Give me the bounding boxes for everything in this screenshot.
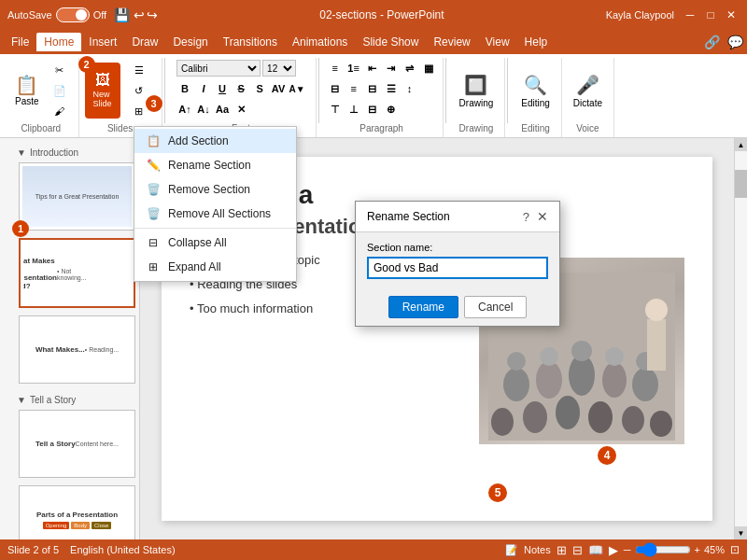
editing-button[interactable]: 🔍 Editing xyxy=(515,63,556,119)
section-name-input[interactable] xyxy=(367,257,548,279)
menu-animations[interactable]: Animations xyxy=(285,33,355,51)
bold-button[interactable]: B xyxy=(176,80,193,97)
section-button[interactable]: ⊞ 3 xyxy=(122,102,156,121)
smartart-button[interactable]: ⊕ xyxy=(383,101,400,118)
fontcolor-button[interactable]: A▼ xyxy=(289,80,305,97)
save-icon[interactable]: 💾 xyxy=(114,7,130,22)
view-grid-icon[interactable]: ⊟ xyxy=(572,543,583,557)
new-slide-label: NewSlide xyxy=(93,90,112,108)
scroll-down-btn[interactable]: ▼ xyxy=(735,526,747,539)
valign-mid-button[interactable]: ⊥ xyxy=(345,101,362,118)
indent-dec-button[interactable]: ⇤ xyxy=(364,60,381,77)
slide-thumb-1-img: Tips for a Great Presentation xyxy=(22,166,132,227)
indent-inc-button[interactable]: ⇥ xyxy=(383,60,400,77)
textcase-button[interactable]: Aa xyxy=(214,101,231,118)
dialog-title-bar: Rename Section ? ✕ xyxy=(356,202,559,232)
rtl-button[interactable]: ⇌ xyxy=(402,60,418,77)
format-painter-button[interactable]: 🖌 xyxy=(47,102,73,120)
scroll-up-btn[interactable]: ▲ xyxy=(735,138,747,151)
fontsize-dec-button[interactable]: A↑ xyxy=(176,101,193,118)
font-size-select[interactable]: 12 xyxy=(262,60,296,77)
align-center-button[interactable]: ≡ xyxy=(345,80,362,97)
numbering-button[interactable]: 1≡ xyxy=(345,60,362,77)
menu-view[interactable]: View xyxy=(478,33,517,51)
clearformat-button[interactable]: ✕ xyxy=(233,101,249,118)
slide-thumb-5-img: Parts of a Presentation Opening Body Clo… xyxy=(22,489,132,539)
menu-review[interactable]: Review xyxy=(426,33,477,51)
menu-help[interactable]: Help xyxy=(517,33,556,51)
title-bar: AutoSave Off 💾 ↩ ↪ 02-sections - PowerPo… xyxy=(0,0,747,30)
ctx-expand-all[interactable]: ⊞ Expand All xyxy=(134,255,296,279)
slide-thumb-5[interactable]: Parts of a Presentation Opening Body Clo… xyxy=(19,485,135,539)
slide-thumb-3[interactable]: What Makes... • Reading... xyxy=(19,315,135,384)
close-btn[interactable]: ✕ xyxy=(723,7,740,23)
font-row-1: Calibri 12 xyxy=(176,60,296,77)
font-family-select[interactable]: Calibri xyxy=(176,60,261,77)
shadow-button[interactable]: S xyxy=(251,80,268,97)
charspace-button[interactable]: AV xyxy=(270,80,287,97)
comments-icon[interactable]: 💬 xyxy=(727,35,743,49)
column-button[interactable]: ▦ xyxy=(420,60,437,77)
view-normal-icon[interactable]: ⊞ xyxy=(557,543,567,557)
cut-button[interactable]: ✂ xyxy=(47,61,73,80)
notes-label[interactable]: Notes xyxy=(524,544,551,555)
rename-confirm-btn[interactable]: Rename xyxy=(388,296,458,318)
undo-btn[interactable]: ↩ xyxy=(134,7,145,22)
dictate-icon: 🎤 xyxy=(576,74,599,96)
zoom-out-btn[interactable]: ─ xyxy=(624,544,631,555)
dialog-close-btn[interactable]: ✕ xyxy=(537,209,548,224)
slideshow-icon[interactable]: ▶ xyxy=(609,543,618,557)
ctx-remove-section[interactable]: 🗑️ Remove Section xyxy=(134,177,296,202)
svg-point-11 xyxy=(491,408,514,436)
fit-page-btn[interactable]: ⊡ xyxy=(730,543,740,556)
drawing-button[interactable]: 🔲 Drawing xyxy=(454,63,500,119)
menu-home[interactable]: Home xyxy=(36,33,81,51)
section-collapse-icon[interactable]: ▼ xyxy=(17,147,26,158)
section-collapse-icon-2[interactable]: ▼ xyxy=(17,395,26,405)
slide-panel: ▼ Introduction 1 Tips for a Great Presen… xyxy=(0,138,140,539)
redo-btn[interactable]: ↪ xyxy=(147,7,158,22)
fontsize-inc-button[interactable]: A↓ xyxy=(195,101,212,118)
valign-bot-button[interactable]: ⊟ xyxy=(364,101,381,118)
strikethrough-button[interactable]: S xyxy=(233,80,249,97)
ctx-rename-section[interactable]: ✏️ Rename Section xyxy=(134,153,296,177)
justify-button[interactable]: ☰ xyxy=(383,80,400,97)
valign-top-button[interactable]: ⊤ xyxy=(327,101,344,118)
bullets-button[interactable]: ≡ xyxy=(327,60,344,77)
copy-button[interactable]: 📄 xyxy=(47,81,73,101)
linespace-button[interactable]: ↕ xyxy=(402,80,418,97)
right-scrollbar[interactable]: ▲ ▼ xyxy=(734,138,747,539)
menu-insert[interactable]: Insert xyxy=(81,33,124,51)
paste-button[interactable]: 📋 Paste xyxy=(9,63,45,119)
zoom-in-btn[interactable]: + xyxy=(695,544,700,555)
maximize-btn[interactable]: □ xyxy=(702,7,719,23)
menu-design[interactable]: Design xyxy=(165,33,215,51)
ctx-add-section[interactable]: 📋 Add Section xyxy=(134,129,296,153)
slide-thumb-4[interactable]: Tell a Story Content here... xyxy=(19,410,135,478)
slide-thumb-1[interactable]: Tips for a Great Presentation 1 xyxy=(19,162,135,231)
ctx-collapse-all[interactable]: ⊟ Collapse All xyxy=(134,231,296,255)
menu-slideshow[interactable]: Slide Show xyxy=(355,33,426,51)
menu-transitions[interactable]: Transitions xyxy=(216,33,285,51)
dictate-button[interactable]: 🎤 Dictate xyxy=(568,63,608,119)
window-title: 02-sections - PowerPoint xyxy=(158,8,605,21)
slide-thumb-2[interactable]: What Makes a Presentation Bad? • Not kno… xyxy=(19,238,135,308)
minimize-btn[interactable]: ─ xyxy=(682,7,698,23)
scroll-thumb[interactable] xyxy=(735,170,747,198)
view-reading-icon[interactable]: 📖 xyxy=(588,543,603,557)
underline-button[interactable]: U xyxy=(214,80,231,97)
zoom-slider[interactable] xyxy=(635,542,691,557)
autosave-knob xyxy=(76,9,87,21)
menu-draw[interactable]: Draw xyxy=(124,33,165,51)
ctx-remove-all-sections[interactable]: 🗑️ Remove All Sections xyxy=(134,202,296,226)
share-icon[interactable]: 🔗 xyxy=(704,35,720,49)
layout-button[interactable]: ☰ xyxy=(122,61,156,80)
menu-file[interactable]: File xyxy=(4,33,36,51)
new-slide-button[interactable]: 🖼 NewSlide 2 xyxy=(85,63,120,119)
align-right-button[interactable]: ⊟ xyxy=(364,80,381,97)
align-left-button[interactable]: ⊟ xyxy=(327,80,344,97)
italic-button[interactable]: I xyxy=(195,80,212,97)
autosave-toggle[interactable] xyxy=(56,7,90,22)
rename-cancel-btn[interactable]: Cancel xyxy=(464,296,527,318)
dialog-help-icon[interactable]: ? xyxy=(523,210,529,224)
